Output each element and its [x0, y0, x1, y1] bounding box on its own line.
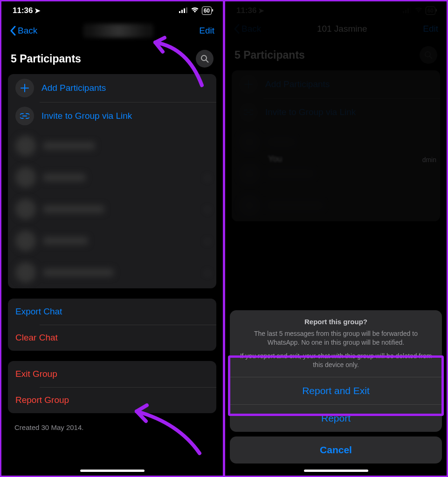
group-title-redacted [83, 24, 153, 38]
clear-chat-row[interactable]: Clear Chat [8, 325, 216, 351]
phone-right: 11:36 ➤ 60 Back 101 Jasmine Edit 5 [225, 1, 447, 476]
export-chat-row[interactable]: Export Chat [8, 299, 216, 325]
home-indicator[interactable] [80, 470, 145, 472]
cellular-icon [179, 6, 188, 15]
svg-line-5 [206, 60, 208, 62]
add-participants-label: Add Participants [41, 83, 106, 93]
participant-row-blurred[interactable]: › [8, 257, 216, 288]
nav-bar: Back Edit [1, 17, 223, 44]
sheet-title: Report this group? [238, 318, 434, 326]
exit-group-row[interactable]: Exit Group [8, 361, 216, 387]
participants-header: 5 Participants [1, 44, 223, 74]
status-bar: 11:36 ➤ 60 [1, 1, 223, 17]
report-group-row[interactable]: Report Group [8, 387, 216, 413]
report-group-label: Report Group [15, 395, 69, 405]
export-chat-label: Export Chat [15, 307, 62, 317]
report-and-exit-button[interactable]: Report and Exit [230, 377, 442, 404]
chat-actions: Export Chat Clear Chat [8, 299, 216, 351]
cancel-button[interactable]: Cancel [230, 436, 442, 463]
sheet-card: Report this group? The last 5 messages f… [230, 310, 442, 432]
exit-group-label: Exit Group [15, 369, 57, 379]
edit-button[interactable]: Edit [199, 26, 214, 36]
search-button[interactable] [196, 50, 214, 68]
invite-link-label: Invite to Group via Link [41, 111, 132, 121]
phone-left: 11:36 ➤ 60 Back Edit 5 Participants [1, 1, 223, 476]
svg-rect-0 [179, 11, 180, 13]
invite-link-row[interactable]: Invite to Group via Link [8, 102, 216, 130]
participant-row-blurred[interactable]: › [8, 162, 216, 193]
created-text: Created 30 May 2014. [1, 423, 223, 431]
chevron-left-icon [10, 26, 16, 36]
sheet-message-2: If you report and exit, your chat with t… [238, 352, 434, 369]
sheet-message-1: The last 5 messages from this group will… [238, 329, 434, 347]
status-time: 11:36 [13, 6, 33, 15]
group-actions: Exit Group Report Group [8, 361, 216, 413]
wifi-icon [191, 6, 199, 15]
back-button[interactable]: Back [10, 26, 37, 36]
participants-count: 5 Participants [11, 53, 81, 65]
participant-row-blurred[interactable]: › [8, 193, 216, 225]
sheet-header: Report this group? The last 5 messages f… [230, 310, 442, 377]
svg-rect-3 [186, 7, 187, 13]
action-sheet: Report this group? The last 5 messages f… [230, 310, 442, 463]
participants-actions: Add Participants Invite to Group via Lin… [8, 74, 216, 288]
plus-icon [15, 79, 34, 97]
add-participants-row[interactable]: Add Participants [8, 74, 216, 102]
clear-chat-label: Clear Chat [15, 333, 58, 343]
home-indicator[interactable] [304, 470, 368, 472]
search-icon [200, 55, 209, 63]
participant-row-blurred[interactable]: › [8, 225, 216, 257]
location-icon: ➤ [34, 7, 41, 15]
battery-icon: 60 [202, 7, 212, 15]
report-button[interactable]: Report [230, 404, 442, 432]
participant-row-blurred[interactable] [8, 130, 216, 162]
link-icon [15, 107, 34, 125]
svg-rect-1 [181, 10, 183, 13]
svg-rect-2 [184, 8, 185, 13]
